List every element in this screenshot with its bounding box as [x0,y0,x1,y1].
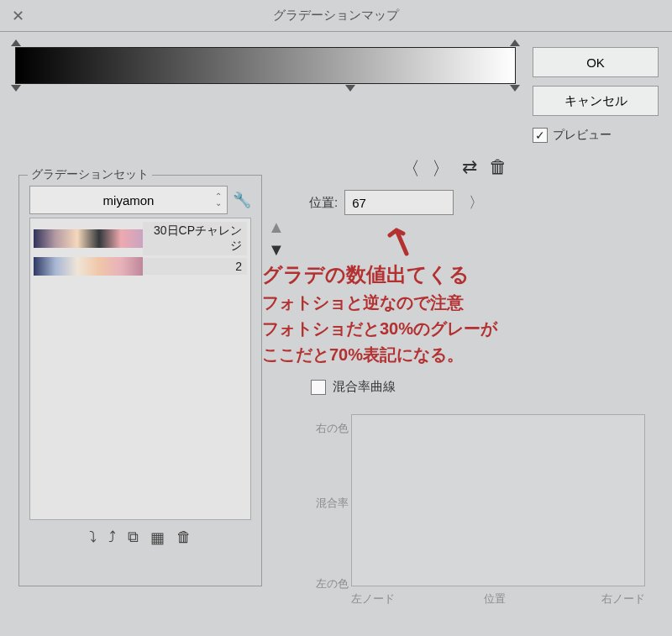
titlebar: ✕ グラデーションマップ [0,0,672,32]
next-stop-icon[interactable]: 〉 [432,156,450,181]
delete-stop-icon[interactable]: 🗑 [489,156,507,181]
list-item[interactable]: 30日CPチャレンジ [34,222,247,255]
preview-label: プレビュー [553,128,612,143]
axis-label: 右の色 [316,421,349,436]
gradient-swatch [34,229,143,248]
window-title: グラデーションマップ [273,8,399,24]
position-stepper-icon[interactable]: 〉 [469,192,484,213]
dialog-body: OK キャンセル ✓ プレビュー 〈 〉 ⇄ 🗑 位置: 〉 グラデーションセッ… [0,32,672,636]
gradient-set-select[interactable]: miyamon ⌃⌄ [29,186,228,214]
axis-label: 位置 [484,591,506,607]
settings-icon[interactable]: 🔧 [233,191,251,209]
gradient-set-panel: グラデーションセット miyamon ⌃⌄ 🔧 30日CPチャレンジ [18,175,262,586]
gradient-swatch [34,257,143,276]
move-up-icon[interactable]: ▲ [268,218,285,237]
annotation-arrow-icon [381,225,415,260]
position-label: 位置: [309,195,338,211]
gradient-set-legend: グラデーションセット [28,167,152,182]
preview-checkbox[interactable]: ✓ [533,128,548,143]
prev-stop-icon[interactable]: 〈 [402,156,420,181]
axis-label: 左ノード [351,591,395,607]
import-icon[interactable]: ⤵ [89,528,97,547]
trash-icon[interactable]: 🗑 [176,528,192,547]
axis-label: 左の色 [316,576,349,591]
duplicate-icon[interactable]: ⧉ [128,528,139,547]
add-icon[interactable]: ▦ [150,528,165,547]
ok-button[interactable]: OK [533,47,659,77]
annotation-text: グラデの数値出てくる フォトショと逆なので注意 フォトショだと30%のグレーが … [262,259,497,368]
reverse-icon[interactable]: ⇄ [462,156,477,181]
mix-curve-label: 混合率曲線 [333,379,396,395]
close-icon[interactable]: ✕ [12,7,24,25]
gradient-bar[interactable] [15,47,516,84]
axis-label: 右ノード [601,591,645,607]
position-input[interactable] [344,190,454,215]
export-icon[interactable]: ⤴ [108,528,116,547]
cancel-button[interactable]: キャンセル [533,86,659,116]
move-down-icon[interactable]: ▼ [268,240,285,260]
gradient-list: 30日CPチャレンジ 2 [29,218,251,520]
mix-curve-checkbox[interactable] [311,380,326,395]
gradient-stop-handle[interactable] [345,85,355,92]
mix-curve-chart [351,414,645,586]
chevron-updown-icon: ⌃⌄ [215,193,222,207]
axis-label: 混合率 [316,496,349,511]
list-item[interactable]: 2 [34,257,247,276]
